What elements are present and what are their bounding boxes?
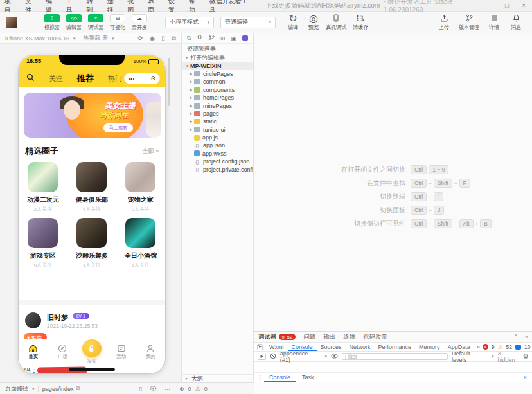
console-settings-gear-icon[interactable]: ⚙	[523, 353, 529, 360]
tabbar-mine[interactable]: 我的	[136, 339, 165, 364]
capsule-menu[interactable]: ••• ⊙	[124, 73, 160, 84]
tab-code-quality[interactable]: 代码质量	[363, 333, 387, 341]
circle-card[interactable]: 健身俱乐部 4人关注	[67, 157, 116, 213]
filter-input[interactable]	[342, 353, 448, 360]
inspect-icon[interactable]	[257, 344, 263, 350]
tree-folder[interactable]: ▸circlePages	[182, 70, 253, 78]
tabbar-publish[interactable]: 发布	[77, 339, 107, 364]
drawer-tab-console[interactable]: Console	[264, 373, 296, 382]
visualization-button[interactable]: ⊞ 可视化	[109, 14, 127, 31]
devtab-memory[interactable]: Memory	[415, 343, 444, 351]
tree-file[interactable]: {}app.json	[182, 141, 253, 149]
tree-section-open-editors[interactable]: ▸打开的编辑器	[182, 54, 253, 62]
eye-icon[interactable]	[331, 354, 338, 360]
tree-folder[interactable]: ▸static	[182, 118, 253, 125]
upload-button[interactable]: 上传	[434, 14, 454, 31]
debugger-toggle-button[interactable]: ⌖ 调试器	[87, 14, 105, 31]
simulator-toggle-button[interactable]: ▯ 模拟器	[43, 14, 61, 31]
user-avatar[interactable]	[6, 17, 17, 28]
console-output[interactable]	[254, 362, 532, 373]
device-frame-icon[interactable]: ▯	[161, 35, 165, 42]
grid-icon[interactable]: ⊞	[220, 35, 226, 42]
tree-file[interactable]: app.js	[182, 134, 253, 141]
tree-folder[interactable]: ▸components	[182, 86, 253, 94]
close-drawer-icon[interactable]: ×	[524, 374, 529, 381]
warnings-icon[interactable]: ⚠	[195, 386, 200, 392]
banner-cta-button[interactable]: 马上观看	[103, 123, 133, 132]
warning-count[interactable]: 52	[506, 344, 511, 350]
files-icon[interactable]: ⧉	[187, 35, 191, 42]
messages-button[interactable]: 消息	[506, 14, 526, 31]
tree-folder[interactable]: ▸homePages	[182, 94, 253, 102]
collapse-panel-icon[interactable]: ⌃	[513, 334, 519, 340]
tab-terminal[interactable]: 终端	[343, 333, 355, 341]
circle-card[interactable]: 宠物之家 0人关注	[116, 157, 165, 213]
tab-hot[interactable]: 热门	[108, 74, 122, 84]
version-control-button[interactable]: 版本管理	[456, 14, 482, 31]
tree-section-root[interactable]: ▾MP-WEIXIN	[182, 62, 253, 69]
outline-section[interactable]: ▸大纲	[182, 374, 253, 382]
search-icon[interactable]	[26, 73, 35, 84]
devtab-network[interactable]: Network	[346, 343, 375, 351]
tabbar-home[interactable]: 首页	[19, 339, 48, 364]
tree-folder[interactable]: ▸minePages	[182, 102, 253, 109]
tab-debugger[interactable]: 调试器 9, 52	[258, 333, 296, 341]
search-icon[interactable]	[197, 35, 203, 42]
copy-icon[interactable]: ⧉	[76, 385, 80, 392]
tree-file[interactable]: app.wxss	[182, 150, 253, 157]
record-icon[interactable]: ◉	[150, 35, 155, 42]
context-select[interactable]: appservice (#1) ▾	[280, 350, 327, 363]
capsule-close-icon[interactable]: ⊙	[151, 75, 156, 82]
compile-mode-select[interactable]: 普通编译 ▾	[220, 17, 276, 28]
rotate-icon[interactable]: ⟳	[137, 35, 143, 42]
git-branch-icon[interactable]	[209, 35, 215, 42]
tab-follow[interactable]: 关注	[49, 74, 63, 84]
more-dots-icon[interactable]: •••	[129, 76, 135, 81]
tree-file[interactable]: {}project.config.json	[182, 157, 253, 165]
tab-output[interactable]: 输出	[323, 333, 335, 341]
tree-folder[interactable]: ▸common	[182, 78, 253, 85]
close-panel-icon[interactable]: ×	[525, 334, 528, 340]
section-more-link[interactable]: 全部 »	[142, 147, 159, 156]
scrollbar[interactable]	[168, 58, 170, 106]
editor-toggle-button[interactable]: </> 编辑器	[65, 14, 83, 31]
console-sidebar-toggle-icon[interactable]	[258, 354, 266, 360]
circle-card[interactable]: 全日小酒馆 1人关注	[116, 213, 165, 269]
minimize-button[interactable]: –	[482, 0, 499, 12]
log-levels-select[interactable]: Default levels ▾	[452, 350, 493, 363]
drawer-tab-task[interactable]: Task	[297, 373, 319, 382]
errors-icon[interactable]: ⊗	[179, 386, 184, 392]
close-button[interactable]: ×	[515, 0, 532, 12]
promo-banner[interactable]: 美女主播 与你同在 马上观看	[24, 93, 161, 138]
circle-card[interactable]: 动漫二次元 2人关注	[19, 157, 67, 213]
details-button[interactable]: 详情	[484, 14, 504, 31]
tree-file[interactable]: {}project.private.config.js...	[182, 165, 253, 173]
plugin-icon[interactable]	[242, 35, 248, 41]
eye-icon[interactable]	[150, 386, 157, 392]
circle-card[interactable]: 沙雕乐趣多 1人关注	[67, 213, 116, 269]
tab-problems[interactable]: 问题	[303, 333, 315, 341]
devtab-performance[interactable]: Performance	[375, 343, 416, 351]
publish-button[interactable]	[82, 339, 102, 357]
page-path-selector[interactable]: 页面路径	[5, 384, 28, 393]
ellipsis-icon[interactable]: ···	[240, 46, 248, 52]
real-device-debug-button[interactable]: 真机调试	[324, 14, 348, 31]
device-selector[interactable]: iPhone XS Max 100% 16	[5, 35, 69, 42]
avatar[interactable]	[25, 312, 41, 328]
multi-window-icon[interactable]: ⧉	[172, 35, 176, 42]
hot-reload-toggle[interactable]: 热重载 开	[84, 34, 109, 42]
tabbar-activity[interactable]: 活动	[107, 339, 136, 364]
compile-button[interactable]: ↻ 编译	[283, 14, 303, 31]
device-icon[interactable]: ▯	[139, 386, 142, 392]
tabbar-square[interactable]: 广场	[48, 339, 78, 364]
tree-folder[interactable]: ▸tuniao-ui	[182, 126, 253, 134]
warnings-count[interactable]: 0	[204, 386, 208, 392]
clear-console-icon[interactable]	[270, 353, 276, 361]
error-count[interactable]: 9	[492, 344, 495, 350]
message-count[interactable]: 10	[524, 344, 530, 350]
circle-card[interactable]: 游戏专区 0人关注	[19, 213, 67, 269]
mode-select[interactable]: 小程序模式 ▾	[165, 17, 214, 28]
tree-folder[interactable]: ▸pages	[182, 110, 253, 118]
window-icon[interactable]: ▣	[231, 35, 236, 42]
tab-recommend[interactable]: 推荐	[77, 73, 94, 84]
